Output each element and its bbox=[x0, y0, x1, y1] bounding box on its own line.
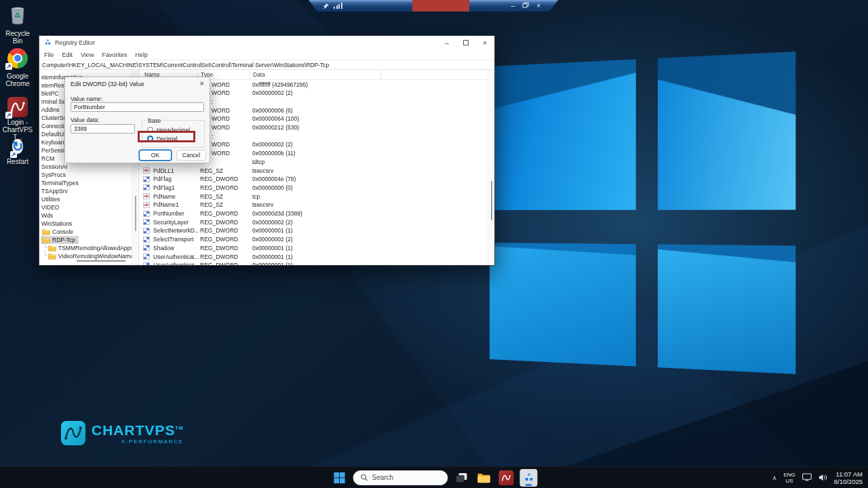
tree-item-label: rminal Se bbox=[41, 98, 66, 106]
list-vertical-scrollbar[interactable] bbox=[488, 70, 494, 265]
desktop-icon-google-chrome[interactable]: Google Chrome bbox=[1, 48, 34, 87]
registry-value-row[interactable]: SelectTransportREG_DWORD0x00000002 (2) bbox=[140, 235, 488, 244]
tree-item[interactable]: SessionAr bbox=[39, 163, 132, 171]
recycle-bin-icon bbox=[7, 3, 28, 28]
language-indicator[interactable]: ENGUS bbox=[783, 472, 795, 484]
value-type-fragment: WORD bbox=[212, 149, 230, 157]
address-bar[interactable]: Computer\HKEY_LOCAL_MACHINE\SYSTEM\Curre… bbox=[39, 60, 494, 70]
file-explorer-button[interactable] bbox=[475, 469, 493, 487]
reg-dword-icon bbox=[143, 245, 150, 251]
menu-file[interactable]: File bbox=[40, 52, 58, 58]
annotation-highlight-box bbox=[138, 131, 195, 142]
reg-dword-icon bbox=[143, 262, 150, 265]
value-type-fragment: WORD bbox=[212, 115, 230, 123]
shortcut-arrow-icon bbox=[5, 63, 12, 70]
window-maximize-button[interactable] bbox=[456, 36, 475, 49]
registry-value-row[interactable]: SecurityLayerREG_DWORD0x00000002 (2) bbox=[140, 218, 488, 227]
value-name: PdName1 bbox=[153, 201, 199, 209]
tree-item[interactable]: Utilities bbox=[39, 195, 132, 203]
scrollbar-thumb[interactable] bbox=[491, 181, 492, 220]
pin-icon[interactable] bbox=[323, 3, 330, 9]
value-type-fragment: WORD bbox=[212, 89, 230, 97]
value-type: REG_SZ bbox=[200, 201, 223, 209]
tree-item[interactable]: TSMMRemotingAllowedApps bbox=[39, 244, 132, 252]
column-separator[interactable] bbox=[380, 71, 381, 80]
value-name: PdFlag1 bbox=[153, 184, 199, 192]
registry-value-row[interactable]: abPdName1REG_SZtssecsrv bbox=[140, 201, 488, 209]
registry-editor-taskbar-button[interactable] bbox=[520, 469, 538, 487]
taskbar-search-box[interactable]: Search bbox=[353, 470, 448, 485]
menu-favorites[interactable]: Favorites bbox=[98, 52, 131, 58]
value-type: REG_DWORD bbox=[200, 226, 238, 235]
value-type: REG_DWORD bbox=[200, 175, 238, 183]
value-name: UserAuthenticat... bbox=[153, 253, 199, 261]
clock[interactable]: 11:07 AM 8/10/2025 bbox=[834, 470, 863, 485]
menu-bar: File Edit View Favorites Help bbox=[39, 49, 494, 60]
desktop-icon-recycle-bin[interactable]: Recycle Bin bbox=[1, 3, 34, 45]
tree-item[interactable]: TSAppSrv bbox=[39, 187, 132, 195]
value-type-fragment: WORD bbox=[212, 123, 230, 131]
dialog-close-icon[interactable]: × bbox=[200, 79, 204, 87]
registry-value-row[interactable]: PdFlagREG_DWORD0x0000004e (78) bbox=[140, 175, 488, 184]
tree-item-label: WinStations bbox=[41, 220, 72, 228]
tray-chevron-icon[interactable]: ∧ bbox=[772, 474, 777, 481]
value-name: PortNumber bbox=[153, 209, 199, 218]
menu-view[interactable]: View bbox=[77, 52, 98, 58]
shortcut-arrow-icon bbox=[10, 151, 17, 158]
value-data-field[interactable]: 3389 bbox=[71, 124, 135, 134]
value-data: 0x00000002 (2) bbox=[252, 140, 293, 148]
registry-value-row[interactable]: ShadowREG_DWORD0x00000001 (1) bbox=[140, 244, 488, 253]
registry-value-row[interactable]: abPdDLL1REG_SZtssecsrv bbox=[140, 167, 488, 176]
value-name-field[interactable]: PortNumber bbox=[71, 102, 204, 112]
registry-value-row[interactable]: abPdNameREG_SZtcp bbox=[140, 192, 488, 201]
menu-help[interactable]: Help bbox=[131, 52, 152, 58]
value-name: UserAuthenticat... bbox=[153, 261, 199, 265]
rdp-close-button[interactable]: × bbox=[536, 3, 540, 9]
tree-item[interactable]: Console bbox=[39, 228, 132, 236]
registry-value-row[interactable]: UserAuthenticat...REG_DWORD0x00000001 (1… bbox=[140, 253, 488, 262]
tree-item[interactable]: SysProcs bbox=[39, 171, 132, 179]
registry-value-row[interactable]: PdFlag1REG_DWORD0x00000000 (0) bbox=[140, 184, 488, 192]
value-name: PdName bbox=[153, 192, 199, 201]
dialog-title: Edit DWORD (32-bit) Value bbox=[71, 81, 144, 87]
value-data: 0x0000000b (11) bbox=[252, 149, 296, 157]
tree-item[interactable]: TerminalTypes bbox=[39, 179, 132, 187]
window-titlebar[interactable]: Registry Editor – × bbox=[39, 36, 494, 49]
registry-value-row[interactable]: UserAuthenticat...REG_DWORD0x00000001 (1… bbox=[140, 261, 488, 265]
value-type: REG_DWORD bbox=[200, 209, 238, 218]
chartvps-app-button[interactable] bbox=[498, 469, 515, 487]
value-type-fragment: : bbox=[212, 132, 213, 140]
scrollbar-thumb[interactable] bbox=[135, 196, 136, 231]
registry-value-row[interactable]: PortNumberREG_DWORD0x00000d3d (3389) bbox=[140, 209, 488, 218]
ok-button[interactable]: OK bbox=[139, 150, 172, 161]
reg-dword-icon bbox=[143, 176, 150, 182]
task-view-button[interactable] bbox=[453, 469, 471, 487]
network-icon[interactable] bbox=[802, 472, 812, 484]
tree-item[interactable]: VideoRemotingWindowName: bbox=[39, 252, 132, 260]
column-header-data[interactable]: Data bbox=[253, 71, 265, 78]
desktop-icon-restart[interactable]: ↻ Restart bbox=[1, 137, 34, 165]
tree-item[interactable]: Wds bbox=[39, 211, 132, 220]
windows-logo bbox=[490, 52, 795, 374]
rdp-restore-button[interactable] bbox=[522, 2, 529, 9]
tray-time: 11:07 AM bbox=[834, 470, 863, 478]
value-name: Shadow bbox=[153, 244, 199, 252]
windows-logo-pane bbox=[490, 59, 636, 210]
tree-horizontal-scrollbar[interactable] bbox=[77, 260, 125, 262]
column-separator[interactable] bbox=[250, 71, 250, 80]
window-close-button[interactable]: × bbox=[475, 36, 494, 49]
menu-edit[interactable]: Edit bbox=[58, 52, 77, 58]
tree-item[interactable]: RDP-Tcp bbox=[39, 236, 132, 244]
registry-value-row[interactable]: SelectNetworkD...REG_DWORD0x00000001 (1) bbox=[140, 226, 488, 235]
desktop-icon-label: Google Chrome bbox=[1, 73, 34, 87]
desktop-icon-login-chartvps[interactable]: Login - ChartVPS T... bbox=[1, 97, 34, 141]
rdp-minimize-button[interactable]: – bbox=[511, 3, 515, 9]
rdp-connection-bar: – × bbox=[309, 0, 558, 12]
volume-icon[interactable] bbox=[818, 472, 827, 484]
tree-item[interactable]: WinStations bbox=[39, 220, 132, 228]
value-type: REG_DWORD bbox=[200, 261, 238, 265]
tree-item[interactable]: VIDEO bbox=[39, 203, 132, 211]
cancel-button[interactable]: Cancel bbox=[176, 150, 206, 161]
window-minimize-button[interactable]: – bbox=[437, 36, 456, 49]
start-button[interactable] bbox=[331, 469, 349, 487]
